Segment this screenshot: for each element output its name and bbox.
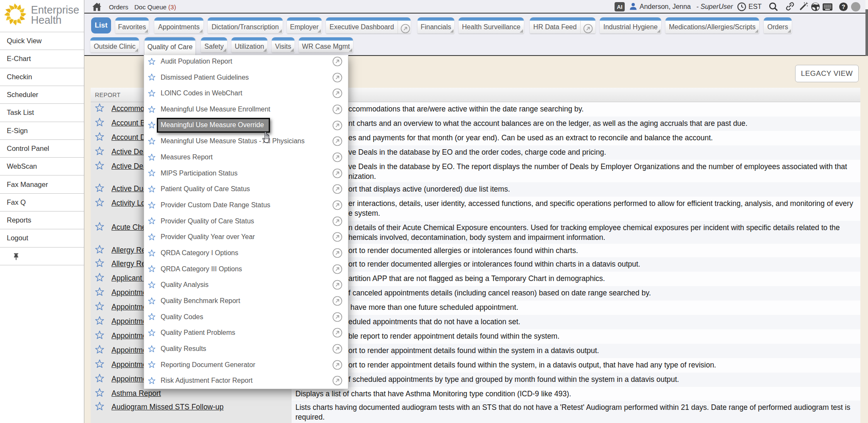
svg-text:?: ? — [842, 3, 846, 10]
